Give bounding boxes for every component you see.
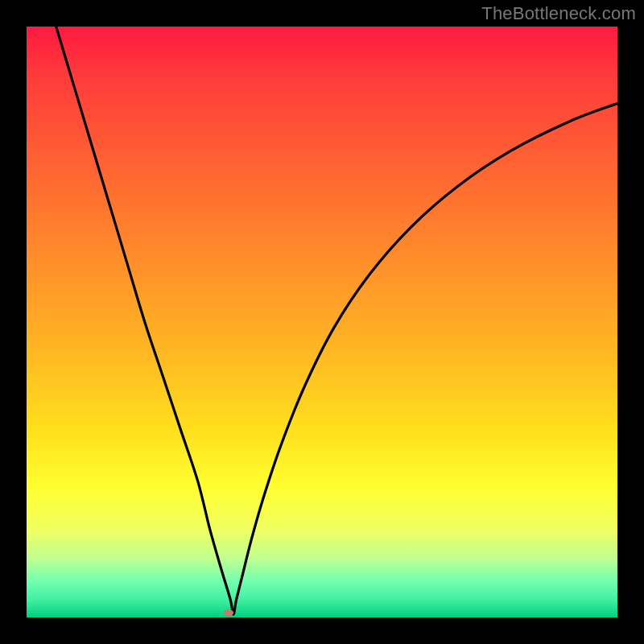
plot-area [27, 27, 617, 617]
chart-frame: TheBottleneck.com [0, 0, 644, 644]
gradient-background [27, 27, 617, 617]
watermark-text: TheBottleneck.com [481, 3, 636, 24]
